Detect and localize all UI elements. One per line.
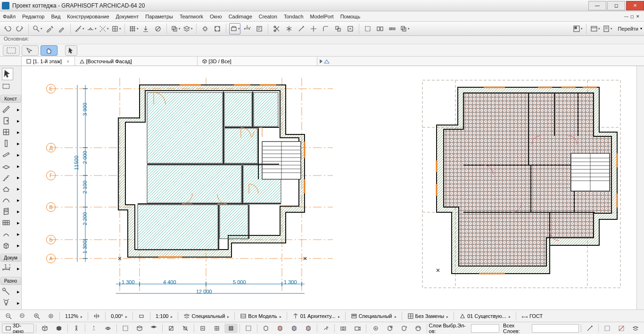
menu-design[interactable]: Конструирование <box>67 14 109 19</box>
tab-nav-buttons[interactable] <box>317 57 330 66</box>
morph-tool[interactable] <box>2 230 10 239</box>
module-button[interactable]: ▾ <box>229 23 240 34</box>
camera2-button[interactable] <box>351 324 364 333</box>
offset-button[interactable] <box>345 23 356 34</box>
fit-sel-button[interactable] <box>133 324 146 333</box>
group-document[interactable]: Докум <box>0 254 21 262</box>
layers-all-input[interactable] <box>532 324 579 333</box>
layers-sel-input[interactable] <box>471 324 499 333</box>
doc-window-controls[interactable]: — ◻ ✕ <box>624 14 640 19</box>
cut-button[interactable] <box>179 324 192 333</box>
angle-value[interactable]: 0,00° <box>107 311 131 321</box>
pen-set[interactable]: Специальный <box>347 311 400 321</box>
level-button[interactable]: ▾ <box>86 23 97 34</box>
render3[interactable] <box>288 324 301 333</box>
ext3[interactable] <box>615 324 628 333</box>
render2[interactable] <box>273 324 287 333</box>
menu-cadimage[interactable]: Cadimage <box>229 14 252 19</box>
menu-options[interactable]: Параметры <box>145 14 173 19</box>
ext2[interactable] <box>601 324 614 333</box>
distribute-button[interactable] <box>387 23 398 34</box>
door-tool[interactable] <box>2 117 10 126</box>
snap-grid-button[interactable]: ▾ <box>110 23 122 34</box>
xtra4[interactable] <box>412 324 425 333</box>
guides-button[interactable]: ▾ <box>98 23 109 34</box>
order-button[interactable]: ▾ <box>399 23 410 34</box>
grid-snap-toggle[interactable]: ▾ <box>128 23 139 34</box>
zoom-out-page-button[interactable] <box>2 311 15 321</box>
zoom-fit-button[interactable] <box>44 311 58 321</box>
layer-combo-1[interactable]: Специальный <box>180 311 232 321</box>
floor-up[interactable] <box>196 324 209 333</box>
redo-button[interactable] <box>14 23 25 34</box>
navigator-button[interactable]: ▾ <box>572 23 583 34</box>
floor-sel[interactable] <box>224 324 238 333</box>
resize-button[interactable] <box>332 23 344 34</box>
tab-elevation[interactable]: [Восточный Фасад] <box>75 57 198 66</box>
ext4[interactable] <box>629 324 642 333</box>
viewmap-button[interactable]: ▾ <box>589 23 601 34</box>
minimize-button[interactable]: — <box>588 1 606 10</box>
reno-filter[interactable]: 01 Архитекту... <box>289 311 343 321</box>
measure-button[interactable]: ▾ <box>74 23 85 34</box>
zoom-value[interactable]: 112% <box>62 311 86 321</box>
dim-standard[interactable]: ГОСТ <box>518 311 546 321</box>
menu-modelport[interactable]: ModelPort <box>310 14 334 19</box>
close-tab-icon[interactable]: × <box>66 58 69 64</box>
shell-tool[interactable] <box>2 196 10 205</box>
axo-button[interactable] <box>52 324 66 333</box>
align-button[interactable] <box>374 23 386 34</box>
menu-file[interactable]: Файл <box>3 14 16 19</box>
look-button[interactable] <box>101 324 115 333</box>
walk2-button[interactable] <box>87 324 100 333</box>
drawing-canvas[interactable]: Е Д Г В Б А 3 900 2 000 2 100 2 200 1 30… <box>22 66 636 309</box>
menu-view[interactable]: Вид <box>51 14 60 19</box>
xtra3[interactable] <box>397 324 411 333</box>
trace-button[interactable]: ▾ <box>170 23 181 34</box>
inject-button[interactable] <box>56 23 67 34</box>
menu-tondach[interactable]: Tondach <box>284 14 304 19</box>
persp-button[interactable] <box>38 324 51 333</box>
menu-teamwork[interactable]: Teamwork <box>180 14 203 19</box>
render4[interactable] <box>302 324 315 333</box>
cursor-mode[interactable] <box>22 45 39 56</box>
tab-3d[interactable]: [3D / Все] <box>198 57 317 66</box>
fit-zoom-button[interactable] <box>147 324 160 333</box>
fit-button[interactable] <box>119 324 132 333</box>
pan-button[interactable] <box>90 311 103 321</box>
zoom-in-button[interactable] <box>30 311 43 321</box>
morph-button[interactable] <box>212 23 223 34</box>
column-tool[interactable] <box>2 139 10 149</box>
hand-mode[interactable] <box>41 45 58 56</box>
ext1[interactable] <box>583 324 596 333</box>
fillet-button[interactable] <box>320 23 331 34</box>
camera-button[interactable] <box>337 324 350 333</box>
zoom-out-button[interactable] <box>16 311 29 321</box>
curtain-tool[interactable] <box>2 207 10 217</box>
layout-button[interactable]: ▾ <box>602 23 613 34</box>
scale-value[interactable]: 1:100 <box>152 311 176 321</box>
trim-button[interactable] <box>271 23 282 34</box>
marquee-vis[interactable] <box>242 324 255 333</box>
menu-window[interactable]: Окно <box>210 14 222 19</box>
group-more[interactable]: Разно <box>0 277 21 285</box>
reno-status[interactable]: 01 Существую... <box>456 311 514 321</box>
xtra1[interactable] <box>369 324 382 333</box>
menu-creaton[interactable]: Creaton <box>259 14 277 19</box>
notes-button[interactable] <box>254 23 265 34</box>
adjust-button[interactable] <box>296 23 307 34</box>
lamp-tool[interactable] <box>2 299 10 308</box>
section-button[interactable] <box>165 324 178 333</box>
edit-sel-button[interactable] <box>362 23 373 34</box>
intersect-button[interactable] <box>308 23 319 34</box>
marquee-tool[interactable] <box>2 82 10 92</box>
marquee-mode[interactable] <box>3 45 20 56</box>
mvo[interactable]: Без Замены <box>404 311 452 321</box>
explode-button[interactable] <box>199 23 211 34</box>
menu-editor[interactable]: Редактор <box>22 14 44 19</box>
right-scrollbar[interactable] <box>636 66 644 309</box>
group-construction[interactable]: Конст <box>0 95 21 103</box>
dimension-tool[interactable]: 1.2 <box>2 264 10 274</box>
close-button[interactable]: ✕ <box>626 1 644 10</box>
stair-tool[interactable] <box>2 173 10 183</box>
